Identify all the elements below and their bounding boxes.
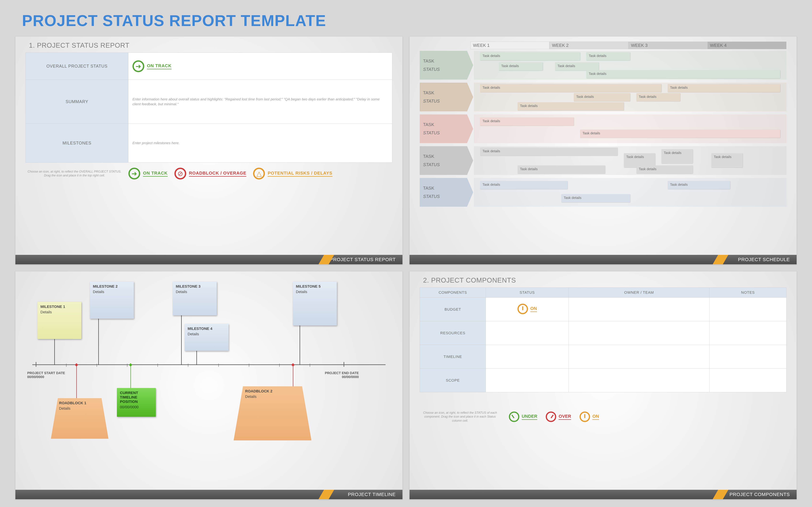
note-detail: 00/00/0000 (120, 405, 139, 409)
gauge-label: ON (530, 306, 537, 312)
row-label: RESOURCES (420, 321, 486, 345)
legend-label: POTENTIAL RISKS / DELAYS (268, 171, 332, 177)
owner-cell[interactable] (569, 345, 709, 369)
task-bar[interactable]: Task details (518, 102, 624, 110)
lane-label: TASKSTATUS (420, 178, 467, 207)
legend-risks[interactable]: △POTENTIAL RISKS / DELAYS (253, 168, 332, 179)
notes-cell[interactable] (709, 321, 786, 345)
lane-label: TASKSTATUS (420, 114, 467, 143)
owner-cell[interactable] (569, 298, 709, 321)
schedule-lane: TASKSTATUS Task details Task details Tas… (420, 178, 786, 207)
panel-footer: PROJECT TIMELINE (15, 490, 402, 499)
lane-label: TASKSTATUS (420, 51, 467, 79)
task-bar[interactable]: Task details (668, 84, 780, 92)
status-cell[interactable] (486, 345, 569, 369)
table-row: SCOPE (420, 369, 786, 392)
note-title: MILESTONE 4 (188, 327, 225, 331)
legend-hint: Choose an icon, at right, to reflect the… (420, 411, 500, 423)
task-bar[interactable]: Task details (480, 117, 574, 125)
legend-under[interactable]: UNDER (509, 411, 537, 422)
task-bar[interactable]: Task details (480, 52, 580, 60)
gauge-on[interactable]: ON (517, 304, 537, 314)
notes-cell[interactable] (709, 298, 786, 321)
task-bar[interactable]: Task details (580, 130, 780, 138)
gauge-icon (579, 411, 590, 422)
panel-timeline: MILESTONE 1Details MILESTONE 2Details MI… (15, 271, 403, 499)
note-detail: Details (176, 290, 187, 294)
task-bar[interactable]: Task details (586, 70, 780, 78)
note-roadblock[interactable]: ROADBLOCK 1Details (51, 398, 108, 439)
legend-on[interactable]: ON (579, 411, 599, 422)
gauge-icon (509, 411, 519, 422)
note-current-position[interactable]: CURRENT TIMELINE POSITION00/00/0000 (117, 388, 156, 417)
schedule-lane: TASKSTATUS Task details Task details (420, 114, 786, 143)
gauge-label: ON (593, 414, 599, 420)
note-title: MILESTONE 1 (40, 304, 78, 309)
col-header: OWNER / TEAM (569, 288, 709, 298)
task-bar[interactable]: Task details (668, 181, 730, 189)
note-milestone[interactable]: MILESTONE 1Details (37, 302, 82, 339)
row-label: SCOPE (420, 369, 486, 392)
page-title: PROJECT STATUS REPORT TEMPLATE (22, 12, 797, 30)
status-cell[interactable] (486, 369, 569, 392)
task-bar[interactable]: Task details (586, 52, 630, 60)
status-chip-on-track[interactable]: ➜ ON TRACK (133, 60, 388, 72)
note-milestone[interactable]: MILESTONE 3Details (173, 282, 217, 315)
summary-placeholder: Enter information here about overall sta… (133, 97, 380, 106)
lane-task: TASK (423, 58, 464, 64)
legend-on-track[interactable]: ➜ON TRACK (129, 168, 167, 179)
task-bar[interactable]: Task details (661, 149, 693, 163)
note-detail: Details (188, 332, 199, 336)
task-bar[interactable]: Task details (561, 194, 630, 202)
notes-cell[interactable] (709, 345, 786, 369)
note-roadblock[interactable]: ROADBLOCK 2Details (234, 386, 311, 440)
week-col: WEEK 4 (707, 42, 786, 49)
status-cell[interactable]: ON (486, 298, 569, 321)
task-bar[interactable]: Task details (499, 62, 543, 70)
lane-status: STATUS (423, 67, 464, 72)
task-bar[interactable]: Task details (637, 93, 680, 101)
legend-over[interactable]: OVER (546, 411, 571, 422)
week-col: WEEK 3 (628, 42, 707, 49)
task-bar[interactable]: Task details (555, 62, 599, 70)
note-milestone[interactable]: MILESTONE 5Details (293, 282, 337, 326)
legend-roadblock[interactable]: ⊘ROADBLOCK / OVERAGE (174, 168, 247, 179)
no-entry-icon: ⊘ (174, 168, 186, 179)
summary-cell[interactable]: Enter information here about overall sta… (128, 80, 392, 124)
schedule-lane: TASKSTATUS Task details Task details Tas… (420, 51, 786, 79)
owner-cell[interactable] (569, 321, 709, 345)
task-bar[interactable]: Task details (480, 148, 618, 156)
label: PROJECT END DATE (325, 371, 359, 375)
arrow-right-icon: ➜ (129, 168, 140, 179)
milestones-cell[interactable]: Enter project milestones here. (128, 124, 392, 163)
note-detail: Details (93, 290, 104, 294)
overall-status-cell[interactable]: ➜ ON TRACK (128, 53, 392, 80)
panel-footer: PROJECT STATUS REPORT (15, 255, 402, 264)
week-col: WEEK 2 (550, 42, 628, 49)
task-bar[interactable]: Task details (711, 153, 743, 167)
task-bar[interactable]: Task details (518, 165, 605, 174)
lane-task: TASK (423, 154, 464, 159)
milestones-label: MILESTONES (26, 124, 129, 163)
task-bar[interactable]: Task details (574, 93, 630, 101)
task-bar[interactable]: Task details (480, 84, 661, 92)
section-heading: 1. PROJECT STATUS REPORT (29, 42, 392, 49)
panel-footer-label: PROJECT TIMELINE (348, 492, 396, 497)
week-header: WEEK 1 WEEK 2 WEEK 3 WEEK 4 (470, 42, 786, 49)
timeline: MILESTONE 1Details MILESTONE 2Details MI… (26, 277, 392, 456)
task-bar[interactable]: Task details (637, 165, 693, 174)
status-cell[interactable] (486, 321, 569, 345)
row-label: BUDGET (420, 298, 486, 321)
panel-components: 2. PROJECT COMPONENTS COMPONENTS STATUS … (409, 271, 797, 499)
note-detail: Details (54, 406, 70, 410)
panel-footer: PROJECT SCHEDULE (410, 255, 797, 264)
note-milestone[interactable]: MILESTONE 4Details (185, 324, 229, 351)
owner-cell[interactable] (569, 369, 709, 392)
label: PROJECT START DATE (27, 371, 65, 375)
panel-status-report: 1. PROJECT STATUS REPORT OVERALL PROJECT… (15, 36, 403, 265)
notes-cell[interactable] (709, 369, 786, 392)
note-milestone[interactable]: MILESTONE 2Details (90, 282, 134, 319)
task-bar[interactable]: Task details (480, 181, 567, 189)
week-col: WEEK 1 (470, 42, 550, 49)
section-heading: 2. PROJECT COMPONENTS (423, 277, 786, 284)
